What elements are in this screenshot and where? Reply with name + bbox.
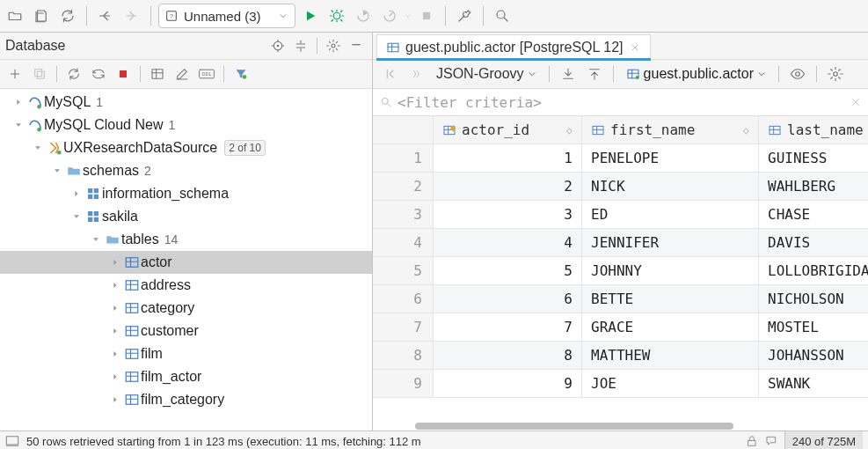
cell-actor-id[interactable]: 6 bbox=[434, 285, 582, 313]
cell-last-name[interactable]: NICHOLSON bbox=[759, 285, 869, 313]
cell-actor-id[interactable]: 4 bbox=[434, 229, 582, 257]
tree-item-information_schema[interactable]: information_schema bbox=[0, 182, 372, 205]
expand-arrow-icon[interactable] bbox=[107, 304, 123, 313]
sync-icon[interactable] bbox=[87, 63, 110, 85]
stop-icon[interactable] bbox=[415, 4, 438, 27]
tree-item-tables[interactable]: tables14 bbox=[0, 228, 372, 251]
sort-icon[interactable]: ◇ bbox=[566, 124, 573, 136]
expand-arrow-icon[interactable] bbox=[30, 144, 46, 152]
first-page-icon[interactable] bbox=[378, 63, 401, 85]
table-row[interactable]: 22NICKWAHLBERG2 bbox=[373, 173, 868, 201]
tree-item-film_actor[interactable]: film_actor bbox=[0, 365, 372, 388]
expand-arrow-icon[interactable] bbox=[11, 98, 26, 107]
database-tree[interactable]: MySQL1MySQL Cloud New1UXResearchDataSour… bbox=[0, 89, 372, 431]
more-nav-icon[interactable] bbox=[405, 63, 427, 85]
gear-icon[interactable] bbox=[323, 35, 344, 56]
run-with-coverage-icon[interactable] bbox=[352, 4, 375, 27]
tree-item-uxresearchdatasource[interactable]: UXResearchDataSource2 of 10 bbox=[0, 136, 372, 159]
cell-last-name[interactable]: GUINESS bbox=[759, 144, 869, 173]
cell-first-name[interactable]: GRACE bbox=[582, 313, 759, 342]
search-icon[interactable] bbox=[491, 4, 514, 27]
table-row[interactable]: 77GRACEMOSTEL2 bbox=[373, 313, 868, 342]
wrench-icon[interactable] bbox=[453, 4, 476, 27]
sort-icon[interactable]: ◇ bbox=[743, 124, 749, 136]
tree-item-category[interactable]: category bbox=[0, 297, 372, 320]
cell-last-name[interactable]: JOHANSSON bbox=[759, 342, 869, 370]
eye-icon[interactable] bbox=[786, 63, 809, 85]
expand-arrow-icon[interactable] bbox=[88, 235, 104, 244]
target-icon[interactable] bbox=[267, 35, 288, 56]
forward-icon[interactable] bbox=[120, 4, 143, 27]
table-row[interactable]: 44JENNIFERDAVIS2 bbox=[373, 229, 868, 257]
cell-first-name[interactable]: JOHNNY bbox=[582, 257, 759, 285]
cell-actor-id[interactable]: 1 bbox=[434, 144, 582, 173]
cell-actor-id[interactable]: 8 bbox=[434, 342, 582, 370]
cell-last-name[interactable]: MOSTEL bbox=[759, 313, 869, 342]
table-row[interactable]: 99JOESWANK2 bbox=[373, 370, 868, 398]
expand-arrow-icon[interactable] bbox=[49, 166, 65, 175]
tree-item-film[interactable]: film bbox=[0, 342, 372, 365]
refresh-icon[interactable] bbox=[62, 63, 85, 85]
expand-arrow-icon[interactable] bbox=[107, 327, 123, 335]
cell-first-name[interactable]: BETTE bbox=[582, 285, 759, 313]
status-lock-icon[interactable] bbox=[746, 435, 758, 447]
cell-first-name[interactable]: PENELOPE bbox=[582, 144, 759, 173]
memory-indicator[interactable]: 240 of 725M bbox=[784, 431, 863, 449]
table-row[interactable]: 55JOHNNYLOLLOBRIGIDA2 bbox=[373, 257, 868, 285]
expand-arrow-icon[interactable] bbox=[69, 189, 84, 198]
gear-icon[interactable] bbox=[824, 63, 847, 85]
row-gutter[interactable]: 6 bbox=[373, 285, 434, 313]
row-gutter[interactable]: 5 bbox=[373, 257, 434, 285]
hide-icon[interactable] bbox=[346, 35, 367, 56]
table-row[interactable]: 33EDCHASE2 bbox=[373, 201, 868, 229]
close-icon[interactable] bbox=[629, 41, 641, 54]
chevron-down-icon[interactable] bbox=[405, 11, 412, 21]
cell-first-name[interactable]: MATTHEW bbox=[582, 342, 759, 370]
status-chat-icon[interactable] bbox=[765, 435, 777, 447]
row-gutter[interactable]: 1 bbox=[373, 144, 434, 173]
save-all-icon[interactable] bbox=[30, 4, 53, 27]
ddl-icon[interactable]: DDL bbox=[195, 63, 218, 85]
table-icon[interactable] bbox=[146, 63, 169, 85]
tree-item-film_category[interactable]: film_category bbox=[0, 388, 372, 411]
expand-arrow-icon[interactable] bbox=[107, 372, 123, 381]
cell-last-name[interactable]: CHASE bbox=[759, 201, 869, 229]
row-gutter[interactable]: 4 bbox=[373, 229, 434, 257]
expand-arrow-icon[interactable] bbox=[11, 121, 26, 129]
close-icon[interactable] bbox=[850, 97, 861, 107]
table-row[interactable]: 66BETTENICHOLSON2 bbox=[373, 285, 868, 313]
result-grid[interactable]: actor_id◇first_name◇last_name◇11PENELOPE… bbox=[373, 116, 868, 431]
horizontal-scrollbar[interactable] bbox=[413, 422, 868, 431]
back-icon[interactable] bbox=[94, 4, 117, 27]
row-gutter[interactable]: 7 bbox=[373, 313, 434, 342]
tree-item-customer[interactable]: customer bbox=[0, 320, 372, 342]
import-icon[interactable] bbox=[583, 63, 606, 85]
duplicate-icon[interactable] bbox=[28, 63, 51, 85]
edit-icon[interactable] bbox=[171, 63, 193, 85]
status-output-icon[interactable] bbox=[5, 435, 19, 447]
tree-item-actor[interactable]: actor bbox=[0, 251, 372, 274]
run-config-dropdown[interactable]: ? Unnamed (3) bbox=[158, 4, 295, 28]
run-icon[interactable] bbox=[299, 4, 322, 27]
column-header-last_name[interactable]: last_name◇ bbox=[759, 116, 869, 144]
tab-actor[interactable]: guest.public.actor [PostgreSQL 12] bbox=[376, 34, 651, 60]
tree-item-mysql-cloud-new[interactable]: MySQL Cloud New1 bbox=[0, 114, 372, 136]
expand-arrow-icon[interactable] bbox=[107, 258, 123, 267]
cell-last-name[interactable]: DAVIS bbox=[759, 229, 869, 257]
expand-arrow-icon[interactable] bbox=[107, 395, 123, 404]
cell-actor-id[interactable]: 2 bbox=[434, 173, 582, 201]
cell-actor-id[interactable]: 3 bbox=[434, 201, 582, 229]
column-header-actor_id[interactable]: actor_id◇ bbox=[434, 116, 582, 144]
cell-actor-id[interactable]: 7 bbox=[434, 313, 582, 342]
stop-icon[interactable] bbox=[112, 63, 135, 85]
tree-item-mysql[interactable]: MySQL1 bbox=[0, 91, 372, 114]
row-gutter[interactable]: 3 bbox=[373, 201, 434, 229]
tree-item-address[interactable]: address bbox=[0, 274, 372, 297]
cell-last-name[interactable]: SWANK bbox=[759, 370, 869, 398]
row-gutter[interactable]: 9 bbox=[373, 370, 434, 398]
export-icon[interactable] bbox=[557, 63, 580, 85]
filter-row[interactable]: <Filter criteria> bbox=[373, 89, 868, 116]
add-icon[interactable] bbox=[4, 63, 26, 85]
collapse-all-icon[interactable] bbox=[290, 35, 311, 56]
column-header-first_name[interactable]: first_name◇ bbox=[582, 116, 759, 144]
